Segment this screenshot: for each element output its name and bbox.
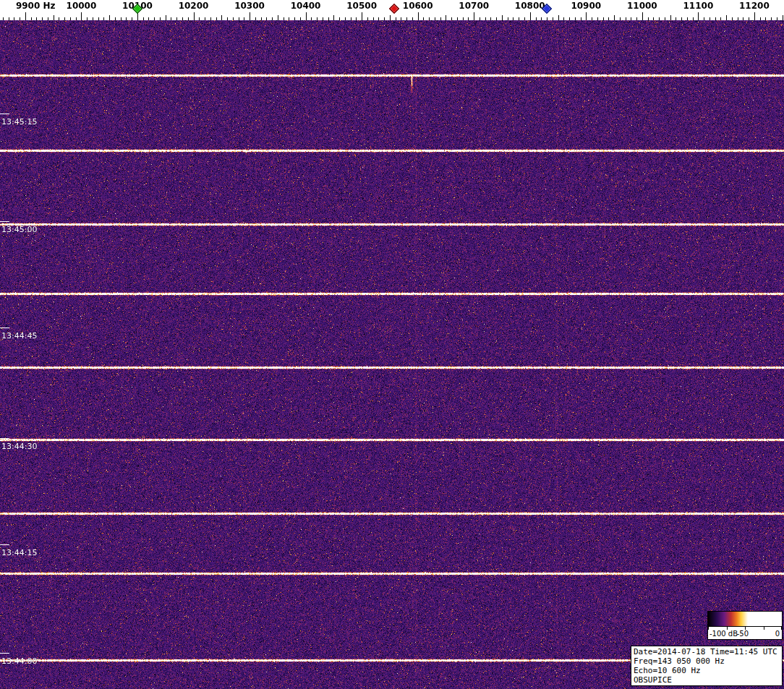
ruler-label-11200: 11200 bbox=[739, 1, 770, 11]
frequency-ruler[interactable]: 9900 Hz100001010010200103001040010500106… bbox=[0, 0, 784, 20]
meteor-spectrogram-window: 9900 Hz100001010010200103001040010500106… bbox=[0, 0, 784, 689]
ruler-label-10400: 10400 bbox=[291, 1, 321, 11]
colorbar-gradient bbox=[708, 612, 782, 627]
time-label: 13:44:15 bbox=[1, 548, 37, 557]
time-tick bbox=[0, 653, 9, 654]
info-line-station: OBSUPICE bbox=[634, 675, 780, 685]
ruler-label-10300: 10300 bbox=[234, 1, 265, 11]
ruler-label-11100: 11100 bbox=[683, 1, 713, 11]
colorbar: -100 dB -50 0 bbox=[707, 611, 783, 640]
time-tick bbox=[0, 221, 9, 222]
time-tick bbox=[0, 114, 9, 114]
spectrogram-canvas[interactable] bbox=[0, 20, 784, 689]
ruler-label-10800: 10800 bbox=[515, 1, 545, 11]
ruler-label-10700: 10700 bbox=[459, 1, 489, 11]
ruler-label-10600: 10600 bbox=[403, 1, 433, 11]
ruler-label-10900: 10900 bbox=[571, 1, 601, 11]
time-label: 13:45:15 bbox=[1, 117, 37, 127]
colorbar-label-max: 0 bbox=[775, 630, 780, 638]
ruler-label-10500: 10500 bbox=[346, 1, 377, 11]
info-line-echo: Echo=10 600 Hz bbox=[634, 666, 780, 675]
ruler-label-10000: 10000 bbox=[67, 1, 97, 11]
ruler-label-11000: 11000 bbox=[627, 1, 657, 11]
info-line-freq: Freq=143 050 000 Hz bbox=[634, 656, 780, 666]
time-tick bbox=[0, 544, 9, 545]
time-label: 13:45:00 bbox=[1, 225, 37, 234]
time-label: 13:44:00 bbox=[1, 656, 37, 666]
colorbar-label-min: -100 dB bbox=[710, 630, 738, 638]
info-line-date: Date=2014-07-18 Time=11:45 UTC bbox=[634, 647, 780, 656]
spectrogram-area[interactable]: 13:45:1513:45:0013:44:4513:44:3013:44:15… bbox=[0, 20, 784, 689]
ruler-label-10200: 10200 bbox=[179, 1, 209, 11]
colorbar-label-mid: -50 bbox=[737, 630, 749, 638]
time-tick bbox=[0, 438, 9, 439]
info-box: Date=2014-07-18 Time=11:45 UTC Freq=143 … bbox=[631, 646, 783, 686]
time-tick bbox=[0, 328, 9, 328]
time-label: 13:44:45 bbox=[1, 331, 37, 341]
time-label: 13:44:30 bbox=[1, 442, 37, 451]
colorbar-labels: -100 dB -50 0 bbox=[708, 630, 782, 639]
ruler-label-9900: 9900 Hz bbox=[16, 1, 56, 11]
